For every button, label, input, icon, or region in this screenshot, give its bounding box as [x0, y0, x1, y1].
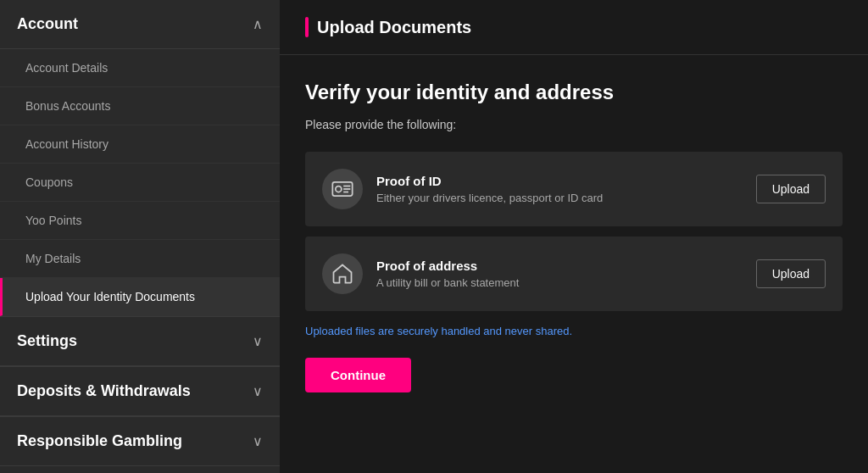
page-title: Upload Documents: [317, 18, 471, 37]
proof-id-info: Proof of ID Either your drivers licence,…: [376, 174, 743, 204]
proof-address-title: Proof of address: [376, 259, 743, 273]
sidebar-item-yoo-points[interactable]: Yoo Points: [0, 202, 280, 240]
sidebar-item-my-details[interactable]: My Details: [0, 240, 280, 278]
sidebar-item-upload-identity[interactable]: Upload Your Identity Documents: [0, 278, 280, 316]
sidebar: Account ∧ Account Details Bonus Accounts…: [0, 0, 280, 473]
proof-id-icon: [322, 169, 363, 209]
account-section-title: Account: [17, 15, 78, 33]
proof-id-card: Proof of ID Either your drivers licence,…: [305, 152, 843, 226]
continue-button[interactable]: Continue: [305, 358, 411, 392]
deposits-section: Deposits & Withdrawals ∨: [0, 366, 280, 416]
settings-section: Settings ∨: [0, 316, 280, 366]
verify-subtitle: Please provide the following:: [305, 118, 843, 131]
responsible-chevron-down-icon: ∨: [253, 433, 263, 449]
responsible-gambling-section-title: Responsible Gambling: [17, 432, 182, 450]
proof-address-info: Proof of address A utility bill or bank …: [376, 259, 743, 289]
deposits-section-title: Deposits & Withdrawals: [17, 382, 191, 400]
account-section-header[interactable]: Account ∧: [0, 0, 280, 49]
main-content: Upload Documents Verify your identity an…: [280, 0, 868, 473]
content-area: Verify your identity and address Please …: [280, 55, 868, 418]
settings-chevron-down-icon: ∨: [253, 333, 263, 349]
responsible-gambling-section: Responsible Gambling ∨: [0, 416, 280, 466]
proof-address-card: Proof of address A utility bill or bank …: [305, 236, 843, 311]
proof-id-upload-button[interactable]: Upload: [756, 175, 826, 203]
settings-section-title: Settings: [17, 332, 77, 350]
chevron-up-icon: ∧: [253, 16, 263, 32]
responsible-gambling-section-header[interactable]: Responsible Gambling ∨: [0, 417, 280, 466]
sidebar-item-account-details[interactable]: Account Details: [0, 49, 280, 87]
svg-point-1: [336, 186, 342, 192]
sidebar-item-account-history[interactable]: Account History: [0, 125, 280, 164]
account-menu-items: Account Details Bonus Accounts Account H…: [0, 49, 280, 316]
proof-address-upload-button[interactable]: Upload: [756, 259, 826, 288]
sidebar-item-bonus-accounts[interactable]: Bonus Accounts: [0, 87, 280, 125]
proof-address-icon: [322, 253, 363, 294]
proof-id-description: Either your drivers licence, passport or…: [376, 192, 743, 204]
security-notice: Uploaded files are securely handled and …: [305, 325, 843, 337]
deposits-section-header[interactable]: Deposits & Withdrawals ∨: [0, 367, 280, 416]
deposits-chevron-down-icon: ∨: [253, 383, 263, 399]
page-header: Upload Documents: [280, 0, 868, 55]
proof-id-title: Proof of ID: [376, 174, 743, 188]
settings-section-header[interactable]: Settings ∨: [0, 317, 280, 366]
sidebar-item-coupons[interactable]: Coupons: [0, 164, 280, 202]
proof-address-description: A utility bill or bank statement: [376, 276, 743, 289]
verify-title: Verify your identity and address: [305, 81, 843, 104]
pink-accent-bar: [305, 17, 309, 37]
